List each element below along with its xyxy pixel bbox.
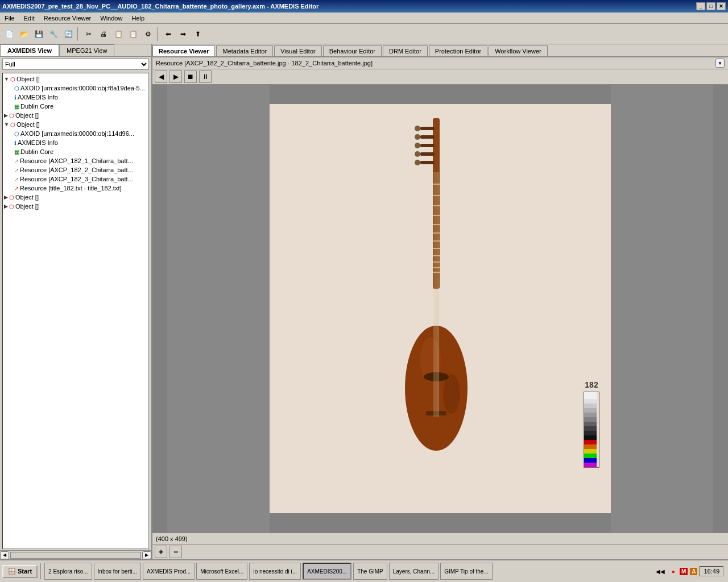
minimize-button[interactable]: _ <box>696 2 705 10</box>
nav-back-btn[interactable]: ◀ <box>155 70 167 83</box>
toolbar-btn7[interactable]: 📋 <box>111 27 125 41</box>
taskbar-gimp[interactable]: The GIMP <box>353 563 387 580</box>
object-icon4: ⬡ <box>9 203 14 210</box>
zoom-bar: + − <box>152 544 728 559</box>
left-scroll-right[interactable]: ▶ <box>142 551 151 559</box>
taskbar-axmedis-prod[interactable]: AXMEDIS Prod... <box>143 563 195 580</box>
tree-label-obj3: Object [] <box>15 194 39 201</box>
tree-item-res2[interactable]: ↗ Resource [AXCP_182_2_Chitarra_batt... <box>4 165 147 174</box>
tree-item-dublin2[interactable]: ▦ Dublin Core <box>4 147 147 156</box>
color-yellow <box>584 449 597 454</box>
tree-item-res3[interactable]: ↗ Resource [AXCP_182_3_Chitarra_batt... <box>4 174 147 184</box>
tree-label-info1: AXMEDIS Info <box>18 94 58 101</box>
menu-window[interactable]: Window <box>98 14 125 23</box>
menu-help[interactable]: Help <box>129 14 147 23</box>
toolbar-btn8[interactable]: 📋 <box>126 27 140 41</box>
tab-mpeg21-view[interactable]: MPEG21 View <box>59 44 114 56</box>
expand-icon-obj1[interactable]: ▶ <box>4 113 8 118</box>
tab-behaviour-editor[interactable]: Behaviour Editor <box>323 45 382 56</box>
toolbar-save-btn[interactable]: 💾 <box>32 27 46 41</box>
toolbar: 📄 📂 💾 🔧 🔄 ✂ 🖨 📋 📋 ⚙ ⬅ ➡ ⬆ <box>0 24 728 44</box>
nav-forward-btn[interactable]: ▶ <box>169 70 182 83</box>
tab-resource-viewer[interactable]: Resource Viewer <box>152 45 215 56</box>
tree-item-obj2[interactable]: ▼ ⬡ Object [] <box>4 120 147 129</box>
taskbar-inbox[interactable]: Inbox for berti... <box>94 563 141 580</box>
resource-dropdown-btn[interactable]: ▼ <box>715 59 725 68</box>
object-icon1: ⬡ <box>9 113 14 119</box>
zoom-in-btn[interactable]: + <box>155 546 167 558</box>
svg-rect-2 <box>420 135 435 139</box>
tree-item-obj3[interactable]: ▶ ⬡ Object [] <box>4 193 147 202</box>
tab-metadata-editor[interactable]: Metadata Editor <box>216 45 273 56</box>
toolbar-sep2 <box>157 27 159 41</box>
taskbar-excel[interactable]: Microsoft Excel... <box>196 563 247 580</box>
svg-point-6 <box>415 126 420 131</box>
expand-icon-obj3[interactable]: ▶ <box>4 194 8 200</box>
tree-item-axoid1[interactable]: ⬡ AXOID [um:axmedis:00000:obj:f8a19dea-5… <box>4 84 147 93</box>
tree-label-axoid2: AXOID [um:axmedis:00000:obj:114d96... <box>20 130 134 137</box>
view-dropdown-select[interactable]: Full Compact <box>2 59 149 70</box>
toolbar-cut-btn[interactable]: ✂ <box>82 27 96 41</box>
toolbar-btn9[interactable]: ⚙ <box>141 27 155 41</box>
taskbar-io-necessito[interactable]: io necessito di i... <box>249 563 301 580</box>
tree-item-axinfo2[interactable]: ℹ AXMEDIS Info <box>4 138 147 147</box>
tab-visual-editor[interactable]: Visual Editor <box>274 45 322 56</box>
dc-icon1: ▦ <box>14 103 19 110</box>
axoid-icon1: ⬡ <box>14 85 19 92</box>
maximize-button[interactable]: □ <box>706 2 715 10</box>
toolbar-open-btn[interactable]: 📂 <box>17 27 31 41</box>
left-tabs: AXMEDIS View MPEG21 View <box>0 44 151 57</box>
toolbar-btn4[interactable]: 🔧 <box>47 27 60 41</box>
taskbar-layers[interactable]: Layers, Chann... <box>389 563 439 580</box>
svg-point-25 <box>443 374 460 414</box>
tab-workflow-viewer[interactable]: Workflow Viewer <box>489 45 548 56</box>
svg-rect-3 <box>420 144 435 147</box>
toolbar-print-btn[interactable]: 🖨 <box>97 27 110 41</box>
color-blue <box>584 458 597 463</box>
taskbar-gimp-tip[interactable]: GIMP Tip of the... <box>440 563 493 580</box>
tab-drm-editor[interactable]: DRM Editor <box>383 45 428 56</box>
toolbar-refresh-btn[interactable]: 🔄 <box>61 27 75 41</box>
taskbar-axmedis200[interactable]: AXMEDIS200... <box>303 563 351 580</box>
toolbar-btn12[interactable]: ⬆ <box>191 27 205 41</box>
taskbar-esplora[interactable]: 2 Esplora riso... <box>44 563 92 580</box>
nav-refresh-btn[interactable]: ⏸ <box>199 70 212 83</box>
toolbar-arrow-right[interactable]: ➡ <box>176 27 190 41</box>
tree-view[interactable]: ▼ ⬡ Object [] ⬡ AXOID [um:axmedis:00000:… <box>2 73 149 549</box>
color-magenta <box>584 463 597 467</box>
close-button[interactable]: ✕ <box>717 2 726 10</box>
tree-item-root[interactable]: ▼ ⬡ Object [] <box>4 74 147 84</box>
tree-item-res1[interactable]: ↗ Resource [AXCP_182_1_Chitarra_batt... <box>4 156 147 165</box>
tab-axmedis-view[interactable]: AXMEDIS View <box>0 44 59 56</box>
toolbar-arrow-left[interactable]: ⬅ <box>162 27 175 41</box>
expand-icon-obj2[interactable]: ▼ <box>4 122 9 127</box>
color-green <box>584 454 597 458</box>
menu-file[interactable]: File <box>2 14 17 23</box>
resource-label-bar: Resource [AXCP_182_2_Chitarra_battente.j… <box>152 57 728 69</box>
svg-point-9 <box>415 151 420 157</box>
tree-item-dublin1[interactable]: ▦ Dublin Core <box>4 102 147 111</box>
toolbar-new-btn[interactable]: 📄 <box>2 27 16 41</box>
tree-item-obj4[interactable]: ▶ ⬡ Object [] <box>4 202 147 211</box>
tree-item-axoid2[interactable]: ⬡ AXOID [um:axmedis:00000:obj:114d96... <box>4 129 147 138</box>
nav-stop-btn[interactable]: ⏹ <box>184 70 197 83</box>
tree-label-root: Object [] <box>16 76 40 82</box>
menu-edit[interactable]: Edit <box>22 14 37 23</box>
left-hscroll[interactable]: ◀ ▶ <box>0 550 151 559</box>
tree-item-axinfo1[interactable]: ℹ AXMEDIS Info <box>4 93 147 102</box>
menu-resource-viewer[interactable]: Resource Viewer <box>42 14 94 23</box>
tab-protection-editor[interactable]: Protection Editor <box>429 45 487 56</box>
expand-icon-obj4[interactable]: ▶ <box>4 203 8 209</box>
tree-label-obj2: Object [] <box>16 121 40 128</box>
tree-item-res4[interactable]: ↗ Resource [title_182.txt - title_182.tx… <box>4 184 147 193</box>
color-lgray1 <box>584 399 597 404</box>
color-lgray2 <box>584 404 597 408</box>
dc-icon2: ▦ <box>14 149 19 155</box>
tree-item-obj1[interactable]: ▶ ⬡ Object [] <box>4 111 147 120</box>
start-button[interactable]: 🪟 Start <box>2 565 38 578</box>
expand-icon-root[interactable]: ▼ <box>4 76 9 82</box>
sys-tray-red: ● <box>669 567 677 576</box>
zoom-out-btn[interactable]: − <box>169 546 182 558</box>
object-icon3: ⬡ <box>9 194 14 201</box>
left-scroll-left[interactable]: ◀ <box>0 551 9 559</box>
